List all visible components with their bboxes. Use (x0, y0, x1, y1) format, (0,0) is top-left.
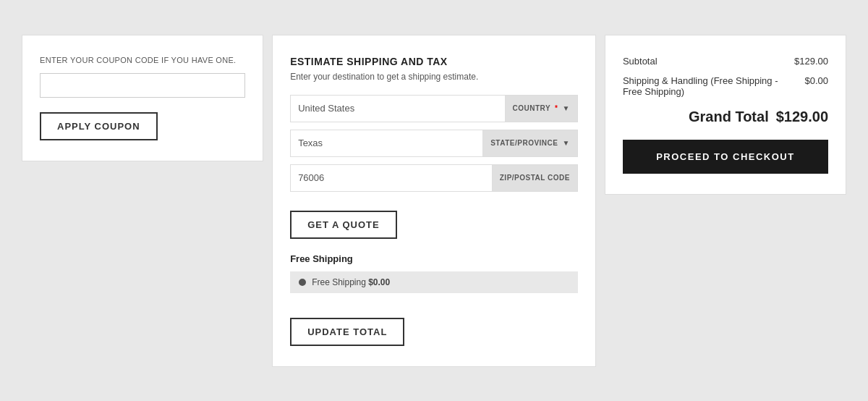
shipping-summary-label: Shipping & Handling (Free Shipping - Fre… (623, 75, 805, 97)
subtotal-label: Subtotal (623, 56, 794, 67)
coupon-input[interactable] (40, 73, 245, 98)
state-dropdown-arrow: ▼ (562, 139, 569, 147)
zip-row: 76006 ZIP/POSTAL CODE (290, 164, 578, 192)
get-quote-button[interactable]: GET A QUOTE (290, 211, 397, 239)
proceed-to-checkout-button[interactable]: PROCEED TO CHECKOUT (623, 140, 828, 174)
zip-value: 76006 (291, 172, 492, 183)
zip-label-text: ZIP/POSTAL CODE (500, 174, 570, 182)
update-total-button[interactable]: UPDATE TOTAL (290, 318, 404, 346)
state-label-tag[interactable]: STATE/PROVINCE ▼ (482, 130, 577, 156)
free-shipping-section-title: Free Shipping (290, 253, 578, 264)
grand-total-row: Grand Total $129.00 (623, 109, 828, 125)
coupon-label: ENTER YOUR COUPON CODE IF YOU HAVE ONE. (40, 56, 245, 64)
country-label-text: COUNTRY (513, 104, 551, 112)
country-required-star: * (555, 104, 558, 112)
free-shipping-radio[interactable] (299, 279, 306, 286)
shipping-summary-row: Shipping & Handling (Free Shipping - Fre… (623, 75, 828, 97)
free-shipping-option-text: Free Shipping $0.00 (312, 277, 390, 287)
subtotal-row: Subtotal $129.00 (623, 56, 828, 67)
grand-total-label: Grand Total (689, 109, 769, 125)
shipping-subtitle: Enter your destination to get a shipping… (290, 72, 578, 82)
state-row: Texas STATE/PROVINCE ▼ (290, 130, 578, 157)
grand-total-value: $129.00 (776, 109, 828, 125)
free-shipping-option[interactable]: Free Shipping $0.00 (290, 271, 578, 293)
shipping-summary-value: $0.00 (804, 75, 828, 86)
state-label-text: STATE/PROVINCE (490, 139, 558, 147)
subtotal-value: $129.00 (794, 56, 828, 67)
apply-coupon-button[interactable]: APPLY COUPON (40, 112, 158, 140)
free-shipping-price: $0.00 (368, 277, 390, 287)
shipping-panel: ESTIMATE SHIPPING AND TAX Enter your des… (272, 35, 596, 367)
summary-panel: Subtotal $129.00 Shipping & Handling (Fr… (605, 35, 846, 195)
country-row: United States COUNTRY * ▼ (290, 95, 578, 122)
zip-label-tag[interactable]: ZIP/POSTAL CODE (492, 165, 577, 191)
country-dropdown-arrow: ▼ (562, 104, 569, 112)
main-container: ENTER YOUR COUPON CODE IF YOU HAVE ONE. … (22, 35, 846, 367)
country-value: United States (291, 103, 504, 114)
state-value: Texas (291, 138, 482, 148)
country-label-tag[interactable]: COUNTRY * ▼ (505, 96, 577, 122)
shipping-title: ESTIMATE SHIPPING AND TAX (290, 56, 578, 67)
coupon-panel: ENTER YOUR COUPON CODE IF YOU HAVE ONE. … (22, 35, 263, 161)
